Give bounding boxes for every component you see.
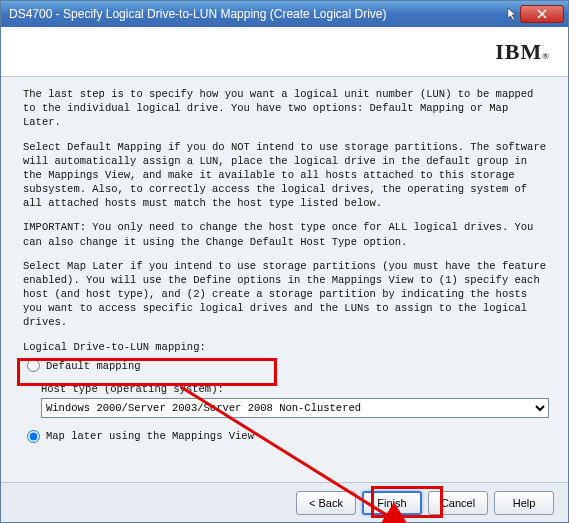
ibm-logo: IBM® [495,39,550,65]
cursor-icon [506,7,520,21]
close-button[interactable] [520,5,564,23]
dialog-footer: < Back Finish Cancel Help [1,482,568,522]
back-button[interactable]: < Back [296,491,356,515]
radio-map-later-input[interactable] [27,430,40,443]
intro-para-1: The last step is to specify how you want… [23,87,550,130]
window-title: DS4700 - Specify Logical Drive-to-LUN Ma… [9,7,502,21]
radio-map-later[interactable]: Map later using the Mappings View [23,426,550,446]
finish-button[interactable]: Finish [362,491,422,515]
radio-default-mapping[interactable]: Default mapping [23,356,550,376]
host-type-label: Host type (operating system): [41,382,550,396]
cancel-button[interactable]: Cancel [428,491,488,515]
help-button[interactable]: Help [494,491,554,515]
radio-map-later-label: Map later using the Mappings View [46,429,254,443]
dialog-content: The last step is to specify how you want… [1,77,568,482]
dialog-window: DS4700 - Specify Logical Drive-to-LUN Ma… [0,0,569,523]
intro-para-2: Select Default Mapping if you do NOT int… [23,140,550,211]
titlebar: DS4700 - Specify Logical Drive-to-LUN Ma… [1,1,568,27]
intro-para-3: IMPORTANT: You only need to change the h… [23,220,550,248]
intro-para-4: Select Map Later if you intend to use st… [23,259,550,330]
radio-default-mapping-input[interactable] [27,359,40,372]
radio-default-mapping-label: Default mapping [46,359,141,373]
host-type-select[interactable]: Windows 2000/Server 2003/Server 2008 Non… [41,398,549,418]
dialog-header: IBM® [1,27,568,77]
mapping-section-label: Logical Drive-to-LUN mapping: [23,340,550,354]
